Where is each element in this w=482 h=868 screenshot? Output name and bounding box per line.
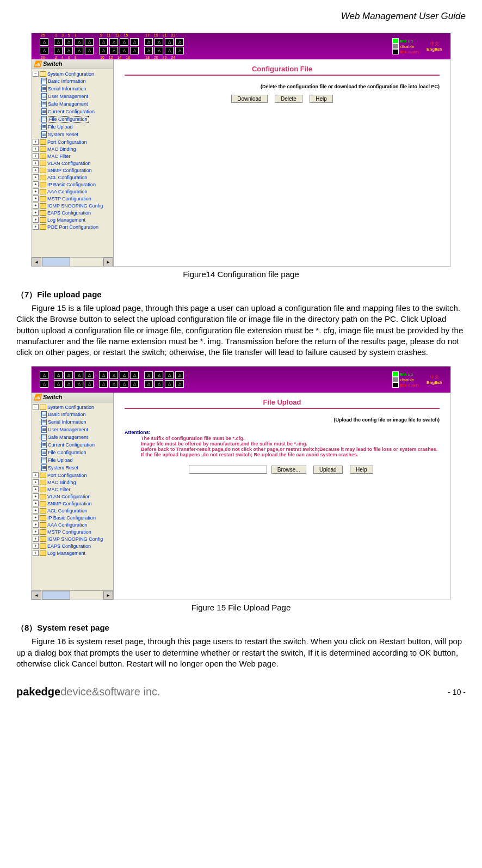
tree-folder-closed[interactable]: +VLAN Configuration xyxy=(32,493,113,500)
scroll-right-icon[interactable]: ► xyxy=(103,258,113,266)
scroll-right-icon[interactable]: ► xyxy=(103,591,113,600)
port-label: 17 xyxy=(145,33,150,37)
help-button[interactable]: Help xyxy=(350,466,373,474)
tree-folder-open[interactable]: −System Configuration xyxy=(32,404,113,411)
tree-page-item[interactable]: File Configuration xyxy=(32,115,113,123)
plus-icon[interactable]: + xyxy=(33,188,39,194)
folder-icon xyxy=(40,480,46,485)
scroll-thumb[interactable] xyxy=(42,258,70,266)
tree-page-item[interactable]: File Upload xyxy=(32,123,113,131)
tree-label: Serial Information xyxy=(48,419,86,425)
port-label: 16 xyxy=(126,56,130,59)
tree-folder-closed[interactable]: +VLAN Configuration xyxy=(32,160,113,167)
plus-icon[interactable]: + xyxy=(33,479,39,485)
tree-folder-closed[interactable]: +ACL Configuration xyxy=(32,507,113,514)
plus-icon[interactable]: + xyxy=(33,224,39,230)
tree-label: System Configuration xyxy=(47,71,94,77)
tree-folder-closed[interactable]: +EAPS Configuration xyxy=(32,542,113,549)
tree-folder-closed[interactable]: +MAC Binding xyxy=(32,479,113,486)
plus-icon[interactable]: + xyxy=(33,500,39,506)
tree-folder-closed[interactable]: +MAC Filter xyxy=(32,486,113,493)
tree-folder-closed[interactable]: +MAC Filter xyxy=(32,152,113,160)
plus-icon[interactable]: + xyxy=(33,508,39,514)
download-button[interactable]: Download xyxy=(231,95,267,103)
language-switch[interactable]: 中文 English xyxy=(427,41,442,52)
plus-icon[interactable]: + xyxy=(33,217,39,223)
plus-icon[interactable]: + xyxy=(33,167,39,173)
plus-icon[interactable]: + xyxy=(33,493,39,499)
tree-folder-closed[interactable]: +AAA Configuration xyxy=(32,188,113,195)
tree-page-item[interactable]: System Reset xyxy=(32,131,113,138)
plus-icon[interactable]: + xyxy=(33,529,39,535)
plus-icon[interactable]: + xyxy=(33,486,39,492)
port-icon xyxy=(54,380,63,388)
tree-folder-closed[interactable]: +Log Management xyxy=(32,216,113,223)
upload-button[interactable]: Upload xyxy=(313,466,343,474)
plus-icon[interactable]: + xyxy=(33,543,39,549)
tree-page-item[interactable]: User Management xyxy=(32,93,113,100)
tree-page-item[interactable]: Current Configuration xyxy=(32,441,113,449)
tree-folder-closed[interactable]: +IP Basic Configuration xyxy=(32,181,113,188)
plus-icon[interactable]: + xyxy=(33,203,39,209)
tree-folder-closed[interactable]: +IP Basic Configuration xyxy=(32,514,113,521)
plus-icon[interactable]: + xyxy=(33,139,39,145)
tree-folder-closed[interactable]: +MSTP Configuration xyxy=(32,528,113,535)
minus-icon[interactable]: − xyxy=(33,71,39,77)
scrollbar[interactable]: ◄ ► xyxy=(32,257,113,266)
scroll-thumb[interactable] xyxy=(42,591,70,600)
folder-icon xyxy=(40,515,46,521)
plus-icon[interactable]: + xyxy=(33,550,39,556)
tree-folder-closed[interactable]: +MSTP Configuration xyxy=(32,195,113,202)
help-button[interactable]: Help xyxy=(310,95,333,103)
tree-page-item[interactable]: Current Configuration xyxy=(32,108,113,115)
plus-icon[interactable]: + xyxy=(33,153,39,159)
tree-page-item[interactable]: File Upload xyxy=(32,456,113,464)
tree-page-item[interactable]: Basic Information xyxy=(32,411,113,418)
tree-folder-closed[interactable]: +Log Management xyxy=(32,549,113,557)
tree-page-item[interactable]: User Management xyxy=(32,426,113,433)
plus-icon[interactable]: + xyxy=(33,195,39,201)
section7-body: Figure 15 is a file upload page, through… xyxy=(16,303,466,358)
tree-folder-closed[interactable]: +ACL Configuration xyxy=(32,174,113,181)
plus-icon[interactable]: + xyxy=(33,181,39,187)
tree-folder-open[interactable]: −System Configuration xyxy=(32,70,113,77)
tree-folder-closed[interactable]: +Port Configuration xyxy=(32,472,113,479)
scrollbar[interactable]: ◄ ► xyxy=(32,590,113,600)
plus-icon[interactable]: + xyxy=(33,160,39,166)
port-icon xyxy=(155,38,163,46)
tree-folder-closed[interactable]: +POE Port Configuration xyxy=(32,223,113,230)
plus-icon[interactable]: + xyxy=(33,515,39,521)
delete-button[interactable]: Delete xyxy=(275,95,302,103)
tree-page-item[interactable]: Safe Management xyxy=(32,100,113,108)
tree-folder-closed[interactable]: +MAC Binding xyxy=(32,145,113,152)
tree-page-item[interactable]: Serial Information xyxy=(32,418,113,426)
language-switch[interactable]: 中文 English xyxy=(427,374,442,385)
tree-folder-closed[interactable]: +EAPS Configuration xyxy=(32,209,113,216)
browse-button[interactable]: Browse... xyxy=(271,466,306,474)
scroll-left-icon[interactable]: ◄ xyxy=(32,591,41,600)
plus-icon[interactable]: + xyxy=(33,174,39,180)
tree-folder-closed[interactable]: +SNMP Configuration xyxy=(32,167,113,174)
tree-page-item[interactable]: File Configuration xyxy=(32,449,113,456)
plus-icon[interactable]: + xyxy=(33,536,39,542)
port-icon xyxy=(99,47,108,54)
tree-folder-closed[interactable]: +IGMP SNOOPING Config xyxy=(32,535,113,542)
port-icon xyxy=(54,38,63,46)
plus-icon[interactable]: + xyxy=(33,210,39,216)
plus-icon[interactable]: + xyxy=(33,472,39,478)
tree-folder-closed[interactable]: +AAA Configuration xyxy=(32,521,113,528)
tree-folder-closed[interactable]: +Port Configuration xyxy=(32,138,113,145)
tree-folder-closed[interactable]: +SNMP Configuration xyxy=(32,500,113,507)
tree-page-item[interactable]: Serial Information xyxy=(32,85,113,93)
plus-icon[interactable]: + xyxy=(33,522,39,528)
tree-page-item[interactable]: System Reset xyxy=(32,464,113,472)
tree-folder-closed[interactable]: +IGMP SNOOPING Config xyxy=(32,202,113,209)
tree-page-item[interactable]: Basic Information xyxy=(32,77,113,85)
tree-page-item[interactable]: Safe Management xyxy=(32,433,113,441)
page-icon xyxy=(41,426,47,433)
plus-icon[interactable]: + xyxy=(33,146,39,152)
scroll-left-icon[interactable]: ◄ xyxy=(32,258,41,266)
folder-icon xyxy=(40,494,46,499)
minus-icon[interactable]: − xyxy=(33,404,39,410)
file-input[interactable] xyxy=(189,466,267,474)
